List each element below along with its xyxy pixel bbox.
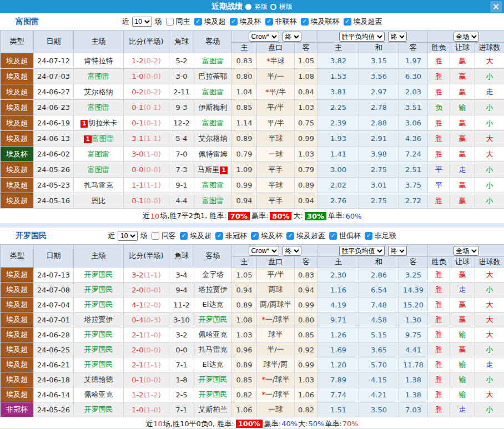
vertical-layout-label[interactable]: 竖版 bbox=[254, 2, 268, 12]
half-score: (1-1) bbox=[143, 134, 160, 143]
table-row: 埃及超24-05-16恩比0-1(0-0)4-4富图雷0.94平手0.942.7… bbox=[1, 193, 504, 209]
handicap-cell: *半球 bbox=[257, 53, 295, 69]
league-checkbox[interactable] bbox=[251, 232, 259, 240]
home-team-cell: 佩哈亚克 bbox=[74, 387, 124, 402]
handicap-cell: *一/球半 bbox=[257, 312, 295, 327]
result-cell: 胜 bbox=[428, 342, 450, 357]
europe-odds-select[interactable]: 胜平负均值 bbox=[339, 32, 385, 42]
horizontal-layout-radio[interactable] bbox=[270, 4, 276, 10]
europe-away-cell: 14.39 bbox=[399, 282, 428, 297]
away-team-name: 伊斯梅利 bbox=[199, 103, 228, 112]
league-checkbox[interactable] bbox=[344, 18, 351, 26]
away-team-cell: 佩特雷姆 bbox=[194, 147, 232, 162]
stats-segment: 50% bbox=[309, 420, 325, 428]
europe-home-cell: 2.39 bbox=[318, 115, 359, 131]
corner-cell: 3-2 bbox=[169, 327, 194, 342]
europe-odds-select[interactable]: 胜平负均值 bbox=[339, 246, 385, 256]
europe-draw-cell: 3.01 bbox=[359, 178, 399, 193]
match-type-cell: 埃及超 bbox=[1, 357, 34, 372]
home-team-name: 富图雷 bbox=[88, 103, 109, 112]
away-team-name: 开罗国民 bbox=[199, 390, 228, 398]
goals-result-cell: 走 bbox=[475, 84, 504, 100]
home-team-name: 富图雷 bbox=[92, 134, 114, 143]
europe-home-cell: 2.25 bbox=[318, 100, 359, 115]
home-team-cell: 富图雷 bbox=[74, 147, 124, 162]
horizontal-layout-label[interactable]: 横版 bbox=[279, 2, 293, 12]
stats-segment: 40% bbox=[281, 420, 298, 428]
result-cell: 胜 bbox=[428, 268, 450, 282]
europe-time-select[interactable]: 终 bbox=[388, 32, 407, 42]
near-label: 近 bbox=[122, 17, 129, 27]
result-cell: 胜 bbox=[428, 357, 450, 372]
goals-result-cell: 大 bbox=[475, 147, 504, 162]
europe-draw-cell: 3.15 bbox=[359, 53, 399, 69]
corner-cell: 7-1 bbox=[169, 402, 194, 417]
away-team-cell: 塔拉贾伊 bbox=[194, 282, 232, 297]
league-checkbox[interactable] bbox=[286, 232, 294, 240]
same-venue-label: 同客 bbox=[162, 231, 176, 241]
goals-result-cell: 走 bbox=[475, 357, 504, 372]
vertical-layout-radio[interactable] bbox=[245, 4, 251, 10]
date-cell: 24-07-08 bbox=[34, 282, 74, 297]
league-checkbox[interactable] bbox=[365, 232, 372, 240]
odds-select-cell: Crow*终 bbox=[232, 245, 318, 257]
home-team-name: 恩比 bbox=[92, 196, 106, 205]
close-icon[interactable]: × bbox=[490, 1, 502, 12]
odds-source-select[interactable]: Crow* bbox=[249, 32, 279, 42]
stats-segment: 场,胜10平0负0, 胜率: bbox=[163, 419, 234, 429]
sub-column-header: 主 bbox=[318, 257, 359, 268]
result-cell: 胜 bbox=[428, 115, 450, 131]
away-odds-cell: 0.99 bbox=[295, 131, 318, 147]
league-checkbox[interactable] bbox=[301, 18, 309, 26]
table-row: 埃及超24-06-191切拉米卡0-1(0-1)12-2富图雷1.14平/半0.… bbox=[1, 115, 504, 131]
scope-select[interactable]: 全场 bbox=[453, 246, 479, 256]
europe-draw-cell: 2.91 bbox=[359, 131, 399, 147]
home-odds-cell: 0.79 bbox=[232, 147, 257, 162]
league-checkbox[interactable] bbox=[265, 18, 273, 26]
scope-select-group: 全场 bbox=[428, 246, 504, 256]
stats-segment: 近 bbox=[143, 211, 150, 221]
full-score: 1-1 bbox=[132, 181, 143, 189]
goals-result-cell: 小 bbox=[475, 100, 504, 115]
league-label: 埃及杯 bbox=[240, 17, 261, 27]
odds-source-select[interactable]: Crow* bbox=[249, 246, 279, 256]
sub-column-header: 主 bbox=[232, 257, 257, 268]
odds-time-select[interactable]: 终 bbox=[283, 32, 301, 42]
score-cell: 4-1(2-0) bbox=[124, 297, 169, 312]
column-header: 客场 bbox=[194, 245, 232, 268]
europe-home-cell: 1.69 bbox=[318, 342, 359, 357]
scope-select[interactable]: 全场 bbox=[453, 32, 479, 42]
away-odds-cell: 0.80 bbox=[295, 312, 318, 327]
sub-column-header: 让球 bbox=[450, 257, 475, 268]
league-checkbox[interactable] bbox=[180, 232, 188, 240]
europe-time-select[interactable]: 终 bbox=[388, 246, 407, 256]
europe-away-cell: 3.51 bbox=[399, 100, 428, 115]
same-venue-checkbox[interactable] bbox=[166, 18, 174, 26]
home-team-cell: 富图雷 bbox=[74, 69, 124, 84]
europe-home-cell: 2.02 bbox=[318, 178, 359, 193]
odds-time-select[interactable]: 终 bbox=[283, 246, 301, 256]
full-score: 0-1 bbox=[132, 376, 143, 384]
goals-result-cell: 大 bbox=[475, 327, 504, 342]
league-checkbox[interactable] bbox=[230, 18, 238, 26]
away-team-name: 艾尔格纳 bbox=[199, 134, 228, 143]
stats-segment: 场,胜7平2负1, 胜率: bbox=[160, 211, 226, 221]
away-team-name: 富图雷 bbox=[202, 196, 224, 205]
column-header: 主场 bbox=[74, 245, 124, 268]
away-team-cell: 扎马雷克 bbox=[194, 342, 232, 357]
column-header: 角球 bbox=[169, 245, 194, 268]
same-venue-checkbox[interactable] bbox=[152, 232, 159, 240]
league-checkbox[interactable] bbox=[329, 232, 337, 240]
match-count-select[interactable]: 10 bbox=[132, 17, 152, 27]
table-row: 埃及超24-06-18艾德翰德0-1(0-0)1-8开罗国民0.85*一/球半1… bbox=[1, 372, 504, 387]
league-label: 埃及杯 bbox=[261, 231, 283, 241]
league-label: 世俱杯 bbox=[339, 231, 361, 241]
league-checkbox[interactable] bbox=[215, 232, 223, 240]
handicap-result-cell: 赢 bbox=[450, 178, 475, 193]
goals-result-cell: 小 bbox=[475, 178, 504, 193]
match-count-select[interactable]: 10 bbox=[118, 231, 138, 241]
half-score: (0-0) bbox=[143, 376, 160, 384]
away-odds-cell: 0.94 bbox=[295, 193, 318, 209]
handicap-cell: 平/半 bbox=[257, 268, 295, 282]
league-checkbox[interactable] bbox=[194, 18, 202, 26]
